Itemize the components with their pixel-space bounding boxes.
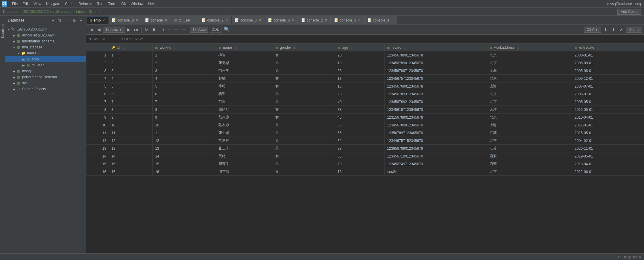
sidebar-add-button[interactable]: + [51, 17, 56, 23]
breadcrumb-mydb[interactable]: myDatabase [52, 10, 72, 14]
ddl-button[interactable]: DDL [209, 27, 221, 33]
cell-age[interactable]: 65 [335, 152, 385, 160]
cell-idcard[interactable]: 123446757152345670 [385, 137, 487, 145]
cell-entrydate[interactable]: 2020-11-01 [572, 145, 644, 152]
cell-workaddress[interactable]: 北京 [487, 114, 572, 121]
col-header-workaddress[interactable]: ▦ workaddress ⇅ [487, 44, 572, 51]
cell-gender[interactable]: 女 [273, 82, 335, 90]
cell-gender[interactable]: 女 [273, 114, 335, 121]
tree-item-mydatabase[interactable]: ▼ ▦ myDatabase [5, 44, 86, 50]
tree-item-mysql[interactable]: ▶ ▦ mysql [5, 68, 86, 74]
cell-rownum[interactable]: 3 [86, 67, 109, 75]
breadcrumb-ip[interactable]: 192.168.200.212 [22, 10, 49, 14]
tab-close-console-4[interactable]: ✕ [391, 18, 394, 22]
tree-item-performance-schema[interactable]: ▶ ▦ performance_schema [5, 74, 86, 80]
cell-gender[interactable]: 女 [273, 168, 335, 176]
next-row-button[interactable]: ▶ [126, 26, 132, 33]
cell-rownum[interactable]: 15 [86, 160, 109, 168]
cell-rownum[interactable]: 1 [86, 51, 109, 59]
tab-console-7[interactable]: 📝 console_7 ✕ [198, 16, 231, 24]
cell-id[interactable]: 1 [109, 51, 153, 59]
menu-edit[interactable]: Edit [20, 1, 31, 7]
cell-age[interactable]: 38 [335, 106, 385, 114]
table-row[interactable]: 555小昭女16123456769012345678上海2007-07-01 [86, 82, 644, 90]
cell-entrydate[interactable]: 2011-01-01 [572, 121, 644, 129]
cell-name[interactable]: 张三丰 [216, 145, 273, 152]
cell-id[interactable]: 4 [109, 75, 153, 82]
cell-age[interactable]: 55 [335, 129, 385, 137]
cell-entrydate[interactable]: 2019-05-01 [572, 152, 644, 160]
cell-id[interactable]: 3 [109, 67, 153, 75]
breadcrumb-database[interactable]: Database [3, 10, 18, 14]
search-button[interactable]: 🔍 [222, 26, 232, 33]
expand-button[interactable]: ⤢ [618, 26, 625, 33]
cell-age[interactable]: 45 [335, 114, 385, 121]
cell-gender[interactable]: 女 [273, 75, 335, 82]
cell-rownum[interactable]: 10 [86, 121, 109, 129]
tree-item-information-schema[interactable]: ▶ ▦ information_schema [5, 38, 86, 44]
cell-gender[interactable]: 男 [273, 121, 335, 129]
cell-id[interactable]: 2 [109, 59, 153, 67]
cell-gender[interactable]: 女 [273, 51, 335, 59]
menu-run[interactable]: Run [94, 1, 106, 7]
cell-name[interactable]: 赵敏 [216, 75, 273, 82]
cell-age[interactable]: 18 [335, 168, 385, 176]
cell-workaddress[interactable]: 北京 [487, 137, 572, 145]
cell-gender[interactable]: 男 [273, 67, 335, 75]
tab-tb-user[interactable]: ▦ tb_user ✕ [171, 16, 198, 24]
cell-rownum[interactable]: 11 [86, 129, 109, 137]
cell-name[interactable]: 范瑶 [216, 98, 273, 106]
cell-entrydate[interactable]: 2012-06-01 [572, 168, 644, 176]
tab-close-console-8[interactable]: ✕ [136, 18, 138, 22]
cell-entrydate[interactable]: 2009-12-01 [572, 75, 644, 82]
tab-close-console-5[interactable]: ✕ [292, 18, 294, 22]
cell-name[interactable]: 小昭 [216, 82, 273, 90]
tab-close-console-6[interactable]: ✕ [259, 18, 261, 22]
tree-item-tb-user[interactable]: ▶ ▦ tb_user [5, 62, 86, 68]
cell-idcard[interactable]: 123156789012345678 [385, 114, 487, 121]
cell-age[interactable]: 70 [335, 160, 385, 168]
table-row[interactable]: 111柳岩女20123456789012345678北京2000-01-01 [86, 51, 644, 59]
cell-rownum[interactable]: 4 [86, 75, 109, 82]
menu-git[interactable]: Git [119, 1, 128, 7]
cell-workaddress[interactable]: 西安 [487, 152, 572, 160]
cell-workaddress[interactable]: 北京 [487, 75, 572, 82]
cell-id[interactable]: 12 [109, 137, 153, 145]
cell-age[interactable]: 32 [335, 137, 385, 145]
cell-name[interactable]: 灭绝 [216, 152, 273, 160]
cell-workaddress[interactable]: 北京 [487, 51, 572, 59]
tree-item-root[interactable]: ▼ 🔌 192.168.200.212 6 [5, 26, 86, 32]
table-row[interactable]: 777范瑶男40123456789212345670北京2005-05-01 [86, 98, 644, 106]
cell-rownum[interactable]: 6 [86, 90, 109, 98]
cell-idcard[interactable]: 123456757123845670 [385, 75, 487, 82]
cell-workaddress[interactable]: 西安 [487, 160, 572, 168]
cell-rownum[interactable]: 13 [86, 145, 109, 152]
tree-item-sys[interactable]: ▶ ▦ sys [5, 80, 86, 86]
cell-workaddress[interactable]: 江苏 [487, 129, 572, 137]
cell-rownum[interactable]: 12 [86, 137, 109, 145]
cell-workno[interactable]: 8 [153, 106, 216, 114]
cell-gender[interactable]: 男 [273, 90, 335, 98]
tab-console-4[interactable]: 📝 console_4 ✕ [364, 16, 397, 24]
prev-row-button[interactable]: ◀ [96, 26, 102, 33]
tree-item-arnoldtest[interactable]: ▶ ▦ arnoldTest20230924 [5, 32, 86, 38]
cell-name[interactable]: 张士诚 [216, 129, 273, 137]
cell-name[interactable]: 周芷若 [216, 168, 273, 176]
cell-entrydate[interactable]: 2005-08-01 [572, 67, 644, 75]
cell-workaddress[interactable]: 上海 [487, 82, 572, 90]
cell-idcard[interactable]: 123456719012345670 [385, 152, 487, 160]
cell-entrydate[interactable]: 2010-04-01 [572, 114, 644, 121]
cell-entrydate[interactable]: 2006-01-01 [572, 90, 644, 98]
cell-entrydate[interactable]: 2015-05-01 [572, 106, 644, 114]
cell-workno[interactable]: 2 [153, 59, 216, 67]
cell-workno[interactable]: 5 [153, 82, 216, 90]
cell-workaddress[interactable]: 北京 [487, 98, 572, 106]
cell-id[interactable]: 14 [109, 152, 153, 160]
cell-age[interactable]: 18 [335, 59, 385, 67]
menu-code[interactable]: Code [63, 1, 76, 7]
cell-id[interactable]: 9 [109, 114, 153, 121]
cell-age[interactable]: 38 [335, 67, 385, 75]
cell-idcard[interactable]: 123456789012345678 [385, 51, 487, 59]
cell-workno[interactable]: 15 [153, 160, 216, 168]
cell-age[interactable]: 18 [335, 75, 385, 82]
